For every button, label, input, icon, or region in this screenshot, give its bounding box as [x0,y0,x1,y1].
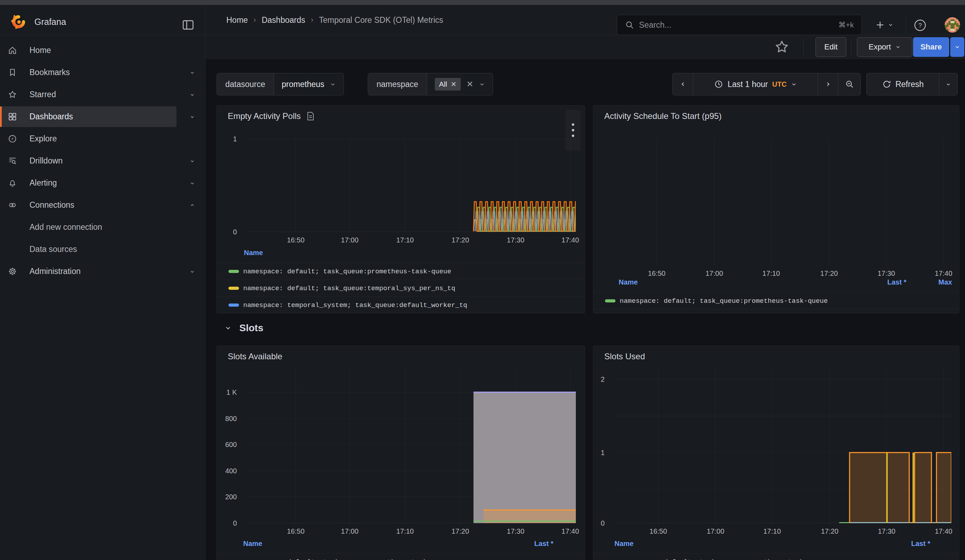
kebab-icon [572,122,574,138]
chevron-down-icon[interactable] [189,158,195,164]
sidebar-item-administration[interactable]: Administration [0,260,205,282]
chevron-left-icon [680,81,686,87]
series-color-swatch [229,287,239,290]
zoom-out-button[interactable] [838,73,860,95]
clear-values-icon[interactable]: ✕ [466,79,473,89]
sidebar-item-home[interactable]: Home [0,39,205,61]
chevron-down-icon [791,82,797,87]
datasource-select[interactable]: prometheus [274,73,343,95]
plus-icon [875,20,885,30]
panel-title[interactable]: Slots Available [228,351,283,361]
share-button[interactable]: Share [913,37,949,57]
legend-label: namespace: default; task_queue:temporal_… [243,284,455,292]
legend-header-name[interactable]: Name [615,540,633,548]
edit-button[interactable]: Edit [816,37,846,57]
time-range-picker[interactable]: Last 1 hour UTC [693,73,818,95]
refresh-icon [882,80,891,89]
add-new-button[interactable] [870,15,899,35]
x-axis-tick: 17:10 [755,527,789,536]
chevron-down-icon[interactable] [189,70,195,76]
legend: namespace: default; task_queue:prometheu… [217,263,585,313]
sidebar-collapse-button[interactable] [180,16,196,33]
chart-canvas[interactable] [613,139,951,265]
sidebar-item-alerting[interactable]: Alerting [0,172,205,194]
chevron-down-icon[interactable] [189,91,195,98]
chevron-down-icon[interactable] [189,114,195,120]
chevron-down-icon [330,82,336,87]
legend-header-name[interactable]: Name [243,540,262,548]
chart-canvas[interactable] [615,367,951,523]
legend-row[interactable]: namespace: temporal_system; task_queue:d… [217,297,585,313]
panel-left-icon [183,20,194,30]
item-highlight [0,261,177,282]
sidebar-item-label: Home [29,46,51,55]
legend-header-last[interactable]: Last * [887,278,906,286]
legend-row[interactable]: namespace: default; task_queue:prometheu… [594,292,959,309]
time-range-label: Last 1 hour [728,80,768,89]
namespace-chip-all[interactable]: All ✕ [435,78,461,90]
export-button[interactable]: Export [857,37,913,57]
chart-canvas[interactable] [247,139,576,232]
chevron-down-icon[interactable] [189,268,195,275]
legend-header-last[interactable]: Last * [535,540,553,548]
namespace-select[interactable]: All ✕ ✕ [427,73,493,95]
x-axis-tick: 17:00 [698,527,732,536]
time-shift-forward-button[interactable] [818,73,838,95]
sidebar-item-add-new-connection[interactable]: Add new connection [0,216,205,238]
chevron-down-icon[interactable] [189,180,195,186]
panel-title[interactable]: Slots Used [604,351,645,361]
sidebar-item-label: Administration [29,267,81,276]
help-button[interactable]: ? [913,18,928,33]
time-shift-back-button[interactable] [673,73,693,95]
panel-title[interactable]: Activity Schedule To Start (p95) [604,111,721,121]
sidebar-item-data-sources[interactable]: Data sources [0,238,205,260]
avatar[interactable] [945,17,960,33]
sidebar-item-bookmarks[interactable]: Bookmarks [0,61,205,83]
share-options-button[interactable] [950,37,964,57]
sidebar-item-starred[interactable]: Starred [0,83,205,106]
panel-empty-activity-polls: Empty Activity Polls Name namespace: def… [216,105,585,313]
chevron-up-icon[interactable] [189,202,195,208]
legend-row-clipped[interactable]: namespace: default; task_queue:prometheu… [594,553,959,560]
legend-label: namespace: default; task_queue:prometheu… [620,558,828,560]
search-input[interactable] [639,20,833,30]
legend-header-name[interactable]: Name [619,278,638,286]
x-axis-tick: 16:50 [279,236,312,244]
legend-header-max[interactable]: Max [938,278,952,286]
section-title: Slots [239,322,263,334]
chart-canvas[interactable] [247,367,576,523]
brand-label: Grafana [34,17,66,27]
breadcrumb-dashboards[interactable]: Dashboards [262,15,305,25]
apps-icon [8,112,17,121]
legend-row-clipped[interactable]: namespace: default; task_queue:prometheu… [217,553,585,560]
breadcrumb-home[interactable]: Home [226,15,248,25]
sidebar-item-dashboards[interactable]: Dashboards [0,106,205,128]
section-row-slots[interactable]: Slots [224,318,263,339]
time-range-controls: Last 1 hour UTC [672,73,861,95]
legend-label: namespace: default; task_queue:prometheu… [243,558,451,560]
sidebar-item-drilldown[interactable]: Drilldown [0,150,205,172]
panel-description-icon[interactable] [306,112,315,121]
remove-value-icon[interactable]: ✕ [451,80,456,88]
favorite-star-icon[interactable] [774,39,790,55]
grafana-brand[interactable]: Grafana [10,14,66,30]
svg-text:?: ? [918,22,922,29]
refresh-button[interactable]: Refresh [867,73,939,95]
refresh-interval-button[interactable] [939,73,957,95]
item-highlight [0,150,177,171]
legend-label: namespace: default; task_queue:prometheu… [620,297,828,305]
search-box[interactable]: ⌘+k [617,15,862,35]
x-axis-tick: 17:30 [870,527,904,536]
panel-title[interactable]: Empty Activity Polls [228,111,315,121]
sidebar-item-explore[interactable]: Explore [0,128,205,150]
namespace-variable: namespace All ✕ ✕ [368,73,493,95]
legend-row[interactable]: namespace: default; task_queue:temporal_… [217,280,585,297]
namespace-label: namespace [368,73,427,95]
legend-row[interactable]: namespace: default; task_queue:prometheu… [217,263,585,280]
sidebar-item-connections[interactable]: Connections [0,194,205,216]
chevron-down-icon [955,44,960,50]
y-axis-tick: 0 [593,519,610,528]
clock-icon [714,80,723,89]
legend-header-name[interactable]: Name [244,249,263,257]
legend-header-last[interactable]: Last * [911,540,930,548]
